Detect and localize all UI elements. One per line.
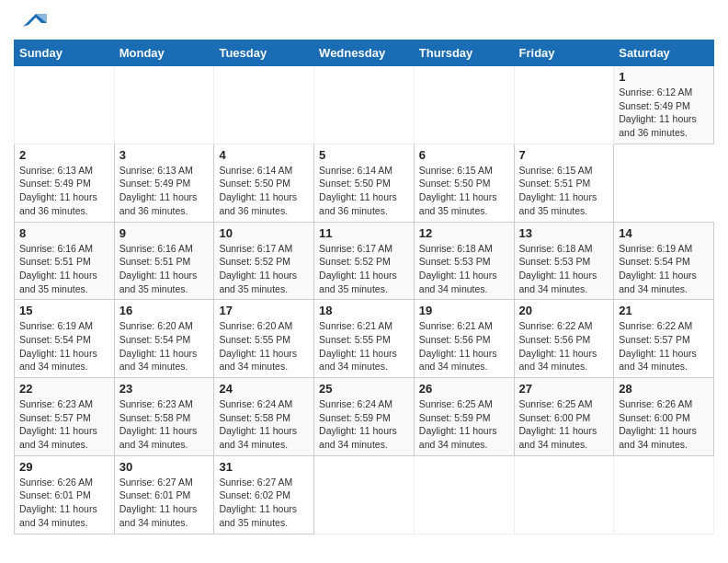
day-number: 19 xyxy=(419,304,509,317)
header-friday: Friday xyxy=(514,40,614,66)
header-sunday: Sunday xyxy=(15,40,115,66)
day-info: Sunrise: 6:17 AMSunset: 5:52 PMDaylight:… xyxy=(319,242,409,296)
day-number: 28 xyxy=(619,382,709,396)
calendar-day-3: 3Sunrise: 6:13 AMSunset: 5:49 PMDaylight… xyxy=(114,144,214,222)
day-number: 30 xyxy=(119,460,210,474)
day-info: Sunrise: 6:15 AMSunset: 5:51 PMDaylight:… xyxy=(519,164,609,218)
calendar-day-31: 31Sunrise: 6:27 AMSunset: 6:02 PMDayligh… xyxy=(214,455,314,534)
empty-cell xyxy=(214,66,314,144)
day-info: Sunrise: 6:15 AMSunset: 5:50 PMDaylight:… xyxy=(419,164,509,218)
day-info: Sunrise: 6:13 AMSunset: 5:49 PMDaylight:… xyxy=(119,164,210,218)
day-info: Sunrise: 6:24 AMSunset: 5:58 PMDaylight:… xyxy=(219,397,309,452)
calendar-day-9: 9Sunrise: 6:16 AMSunset: 5:51 PMDaylight… xyxy=(114,222,214,300)
empty-cell xyxy=(514,66,614,144)
day-number: 26 xyxy=(419,382,509,396)
day-number: 20 xyxy=(519,304,609,317)
calendar-day-6: 6Sunrise: 6:15 AMSunset: 5:50 PMDaylight… xyxy=(414,144,514,222)
calendar-day-18: 18Sunrise: 6:21 AMSunset: 5:55 PMDayligh… xyxy=(314,300,415,378)
calendar-day-28: 28Sunrise: 6:26 AMSunset: 6:00 PMDayligh… xyxy=(614,378,714,456)
day-number: 2 xyxy=(19,148,109,162)
calendar-day-30: 30Sunrise: 6:27 AMSunset: 6:01 PMDayligh… xyxy=(114,455,214,534)
calendar-day-4: 4Sunrise: 6:14 AMSunset: 5:50 PMDaylight… xyxy=(214,144,314,222)
calendar-day-8: 8Sunrise: 6:16 AMSunset: 5:51 PMDaylight… xyxy=(15,222,115,300)
day-info: Sunrise: 6:22 AMSunset: 5:57 PMDaylight:… xyxy=(619,319,709,373)
calendar-day-20: 20Sunrise: 6:22 AMSunset: 5:56 PMDayligh… xyxy=(514,300,614,378)
day-number: 22 xyxy=(19,382,109,396)
calendar-header: SundayMondayTuesdayWednesdayThursdayFrid… xyxy=(15,40,714,66)
day-info: Sunrise: 6:26 AMSunset: 6:00 PMDaylight:… xyxy=(619,397,709,452)
day-info: Sunrise: 6:17 AMSunset: 5:52 PMDaylight:… xyxy=(219,242,309,296)
day-number: 21 xyxy=(619,304,709,317)
day-number: 5 xyxy=(319,148,409,162)
calendar-day-17: 17Sunrise: 6:20 AMSunset: 5:55 PMDayligh… xyxy=(214,300,314,378)
logo xyxy=(14,14,47,30)
calendar-week-5: 22Sunrise: 6:23 AMSunset: 5:57 PMDayligh… xyxy=(15,378,714,456)
empty-cell xyxy=(414,66,514,144)
day-number: 29 xyxy=(19,460,109,474)
header-wednesday: Wednesday xyxy=(314,40,415,66)
day-info: Sunrise: 6:16 AMSunset: 5:51 PMDaylight:… xyxy=(119,242,210,296)
day-number: 17 xyxy=(219,304,309,317)
empty-cell xyxy=(614,455,714,534)
calendar-week-2: 2Sunrise: 6:13 AMSunset: 5:49 PMDaylight… xyxy=(15,144,714,222)
calendar-day-2: 2Sunrise: 6:13 AMSunset: 5:49 PMDaylight… xyxy=(15,144,115,222)
day-info: Sunrise: 6:18 AMSunset: 5:53 PMDaylight:… xyxy=(419,242,509,296)
calendar-week-6: 29Sunrise: 6:26 AMSunset: 6:01 PMDayligh… xyxy=(15,455,714,534)
calendar-day-10: 10Sunrise: 6:17 AMSunset: 5:52 PMDayligh… xyxy=(214,222,314,300)
day-info: Sunrise: 6:12 AMSunset: 5:49 PMDaylight:… xyxy=(619,86,709,140)
day-number: 25 xyxy=(319,382,409,396)
day-info: Sunrise: 6:14 AMSunset: 5:50 PMDaylight:… xyxy=(219,164,309,218)
day-info: Sunrise: 6:26 AMSunset: 6:01 PMDaylight:… xyxy=(19,476,109,530)
empty-cell xyxy=(314,66,415,144)
day-number: 15 xyxy=(19,304,109,317)
calendar-day-5: 5Sunrise: 6:14 AMSunset: 5:50 PMDaylight… xyxy=(314,144,415,222)
calendar-day-22: 22Sunrise: 6:23 AMSunset: 5:57 PMDayligh… xyxy=(15,378,115,456)
calendar-day-25: 25Sunrise: 6:24 AMSunset: 5:59 PMDayligh… xyxy=(314,378,415,456)
day-number: 9 xyxy=(119,226,210,240)
empty-cell xyxy=(314,455,415,534)
day-info: Sunrise: 6:19 AMSunset: 5:54 PMDaylight:… xyxy=(619,242,709,296)
calendar-day-29: 29Sunrise: 6:26 AMSunset: 6:01 PMDayligh… xyxy=(15,455,115,534)
day-info: Sunrise: 6:27 AMSunset: 6:01 PMDaylight:… xyxy=(119,476,210,530)
calendar-table: SundayMondayTuesdayWednesdayThursdayFrid… xyxy=(14,40,714,534)
calendar-week-4: 15Sunrise: 6:19 AMSunset: 5:54 PMDayligh… xyxy=(15,300,714,378)
day-number: 23 xyxy=(119,382,210,396)
day-number: 16 xyxy=(119,304,210,317)
day-info: Sunrise: 6:27 AMSunset: 6:02 PMDaylight:… xyxy=(219,476,309,530)
empty-cell xyxy=(514,455,614,534)
day-number: 27 xyxy=(519,382,609,396)
logo-icon xyxy=(16,10,47,30)
day-info: Sunrise: 6:21 AMSunset: 5:55 PMDaylight:… xyxy=(319,319,409,373)
calendar-day-24: 24Sunrise: 6:24 AMSunset: 5:58 PMDayligh… xyxy=(214,378,314,456)
day-number: 3 xyxy=(119,148,210,162)
day-number: 4 xyxy=(219,148,309,162)
day-number: 31 xyxy=(219,460,309,474)
calendar-day-27: 27Sunrise: 6:25 AMSunset: 6:00 PMDayligh… xyxy=(514,378,614,456)
calendar-day-26: 26Sunrise: 6:25 AMSunset: 5:59 PMDayligh… xyxy=(414,378,514,456)
day-info: Sunrise: 6:23 AMSunset: 5:58 PMDaylight:… xyxy=(119,397,210,452)
header-monday: Monday xyxy=(114,40,214,66)
calendar-day-14: 14Sunrise: 6:19 AMSunset: 5:54 PMDayligh… xyxy=(614,222,714,300)
day-info: Sunrise: 6:16 AMSunset: 5:51 PMDaylight:… xyxy=(19,242,109,296)
calendar-day-16: 16Sunrise: 6:20 AMSunset: 5:54 PMDayligh… xyxy=(114,300,214,378)
page-header xyxy=(14,14,714,30)
day-info: Sunrise: 6:23 AMSunset: 5:57 PMDaylight:… xyxy=(19,397,109,452)
empty-cell xyxy=(15,66,115,144)
day-info: Sunrise: 6:25 AMSunset: 5:59 PMDaylight:… xyxy=(419,397,509,452)
calendar-week-3: 8Sunrise: 6:16 AMSunset: 5:51 PMDaylight… xyxy=(15,222,714,300)
calendar-day-15: 15Sunrise: 6:19 AMSunset: 5:54 PMDayligh… xyxy=(15,300,115,378)
empty-cell xyxy=(414,455,514,534)
day-info: Sunrise: 6:14 AMSunset: 5:50 PMDaylight:… xyxy=(319,164,409,218)
header-thursday: Thursday xyxy=(414,40,514,66)
day-number: 12 xyxy=(419,226,509,240)
calendar-day-23: 23Sunrise: 6:23 AMSunset: 5:58 PMDayligh… xyxy=(114,378,214,456)
day-info: Sunrise: 6:25 AMSunset: 6:00 PMDaylight:… xyxy=(519,397,609,452)
day-info: Sunrise: 6:20 AMSunset: 5:54 PMDaylight:… xyxy=(119,319,210,373)
day-info: Sunrise: 6:19 AMSunset: 5:54 PMDaylight:… xyxy=(19,319,109,373)
calendar-day-19: 19Sunrise: 6:21 AMSunset: 5:56 PMDayligh… xyxy=(414,300,514,378)
empty-cell xyxy=(114,66,214,144)
day-info: Sunrise: 6:20 AMSunset: 5:55 PMDaylight:… xyxy=(219,319,309,373)
day-info: Sunrise: 6:18 AMSunset: 5:53 PMDaylight:… xyxy=(519,242,609,296)
day-number: 13 xyxy=(519,226,609,240)
day-info: Sunrise: 6:21 AMSunset: 5:56 PMDaylight:… xyxy=(419,319,509,373)
